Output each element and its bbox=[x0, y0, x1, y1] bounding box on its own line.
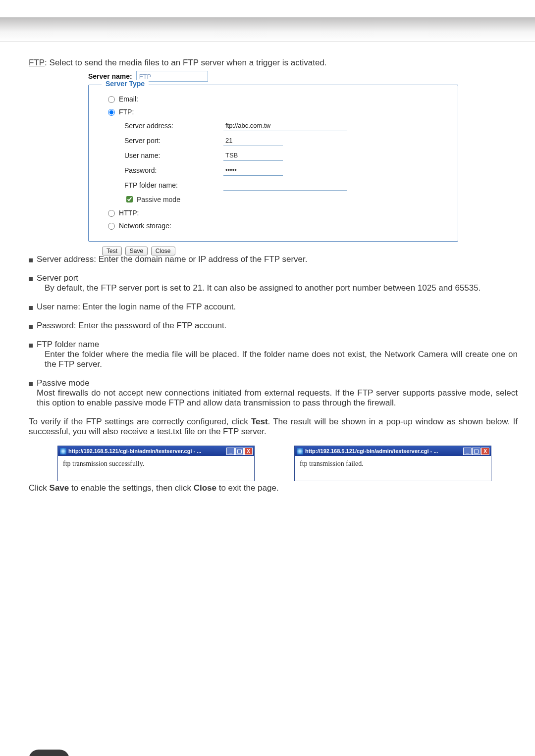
popup-success-body: ftp transmission successfully. bbox=[58, 456, 254, 481]
popup-title-text: http://192.168.5.121/cgi-bin/admin/tests… bbox=[305, 448, 438, 454]
radio-email-label: Email: bbox=[119, 95, 138, 103]
header-gradient bbox=[0, 17, 535, 42]
passive-mode-label: Passive mode bbox=[137, 196, 180, 203]
minimize-icon[interactable]: _ bbox=[226, 448, 235, 455]
radio-http-label: HTTP: bbox=[119, 209, 139, 217]
popup-titlebar: http://192.168.5.121/cgi-bin/admin/tests… bbox=[295, 446, 491, 456]
server-name-label: Server name: bbox=[88, 72, 132, 80]
server-address-label: Server address: bbox=[124, 122, 223, 130]
bullet-icon bbox=[29, 258, 33, 262]
bullet-server-port-desc: By default, the FTP server port is set t… bbox=[45, 283, 518, 293]
radio-http[interactable]: HTTP: bbox=[106, 208, 449, 217]
close-icon[interactable]: X bbox=[481, 448, 489, 455]
server-type-legend: Server Type bbox=[102, 80, 149, 88]
bullet-passive-desc: Most firewalls do not accept new connect… bbox=[37, 388, 518, 408]
closing-save: Save bbox=[50, 483, 69, 493]
ie-icon bbox=[297, 448, 303, 454]
passive-mode-checkbox-row[interactable]: Passive mode bbox=[124, 195, 449, 204]
ftp-intro-text: : Select to send the media files to an F… bbox=[45, 58, 326, 67]
radio-network-storage-label: Network storage: bbox=[119, 222, 171, 230]
radio-ftp-label: FTP: bbox=[119, 108, 134, 116]
test-para-1: To verify if the FTP settings are correc… bbox=[29, 417, 251, 426]
closing-3: to exit the page. bbox=[216, 483, 279, 493]
closing-close: Close bbox=[194, 483, 216, 493]
bullet-icon bbox=[29, 325, 33, 329]
radio-email[interactable]: Email: bbox=[106, 95, 449, 103]
popup-success: http://192.168.5.121/cgi-bin/admin/tests… bbox=[57, 446, 255, 481]
popup-failed: http://192.168.5.121/cgi-bin/admin/tests… bbox=[294, 446, 491, 481]
radio-ftp[interactable]: FTP: bbox=[106, 107, 449, 116]
ftp-intro: FTP: Select to send the media files to a… bbox=[29, 58, 518, 68]
bullet-ftp-folder-desc: Enter the folder where the media file wi… bbox=[45, 350, 518, 369]
bullet-server-address: Server address: Enter the domain name or… bbox=[37, 254, 518, 264]
test-bold: Test bbox=[251, 417, 268, 426]
user-name-input[interactable] bbox=[223, 150, 283, 161]
popup-row: http://192.168.5.121/cgi-bin/admin/tests… bbox=[57, 446, 518, 481]
bullet-icon bbox=[29, 277, 33, 281]
closing-2: to enable the settings, then click bbox=[69, 483, 193, 493]
radio-network-storage[interactable]: Network storage: bbox=[106, 221, 449, 230]
ftp-underline: FTP bbox=[29, 58, 45, 67]
button-row: Test Save Close bbox=[102, 246, 460, 255]
folder-name-input[interactable] bbox=[223, 180, 347, 191]
radio-http-input[interactable] bbox=[108, 210, 115, 217]
server-address-input[interactable] bbox=[223, 120, 347, 131]
passive-mode-checkbox[interactable] bbox=[126, 196, 133, 202]
close-icon[interactable]: X bbox=[244, 448, 253, 455]
bullet-server-port-title: Server port bbox=[37, 273, 518, 283]
bullet-password: Password: Enter the password of the FTP … bbox=[37, 321, 518, 331]
server-port-input[interactable] bbox=[223, 135, 283, 146]
popup-title-text: http://192.168.5.121/cgi-bin/admin/tests… bbox=[68, 448, 201, 454]
radio-ftp-input[interactable] bbox=[108, 109, 115, 116]
user-name-label: User name: bbox=[124, 151, 223, 159]
ie-icon bbox=[60, 448, 66, 454]
maximize-icon[interactable] bbox=[472, 448, 481, 455]
bullet-passive-title: Passive mode bbox=[37, 378, 518, 388]
minimize-icon[interactable]: _ bbox=[463, 448, 472, 455]
popup-failed-body: ftp transmission failed. bbox=[295, 456, 491, 481]
radio-email-input[interactable] bbox=[108, 96, 115, 103]
bullet-user-name: User name: Enter the login name of the F… bbox=[37, 302, 518, 312]
config-panel: Server name: Server Type Email: FTP: Ser… bbox=[88, 71, 460, 255]
server-type-fieldset: Server Type Email: FTP: Server address: … bbox=[88, 85, 458, 242]
closing-1: Click bbox=[29, 483, 50, 493]
bullet-icon bbox=[29, 344, 33, 348]
bullet-ftp-folder-title: FTP folder name bbox=[37, 340, 518, 350]
bullet-icon bbox=[29, 382, 33, 386]
maximize-icon[interactable] bbox=[235, 448, 244, 455]
page-number-tab: 94 bbox=[29, 750, 69, 756]
ftp-details: Server address: Server port: User name: … bbox=[124, 120, 449, 204]
server-port-label: Server port: bbox=[124, 137, 223, 145]
closing-paragraph: Click Save to enable the settings, then … bbox=[29, 483, 518, 493]
password-input[interactable] bbox=[223, 165, 283, 176]
password-label: Password: bbox=[124, 166, 223, 174]
popup-titlebar: http://192.168.5.121/cgi-bin/admin/tests… bbox=[58, 446, 254, 456]
test-paragraph: To verify if the FTP settings are correc… bbox=[29, 417, 518, 437]
radio-network-storage-input[interactable] bbox=[108, 223, 115, 230]
bullet-icon bbox=[29, 306, 33, 310]
folder-name-label: FTP folder name: bbox=[124, 181, 223, 189]
